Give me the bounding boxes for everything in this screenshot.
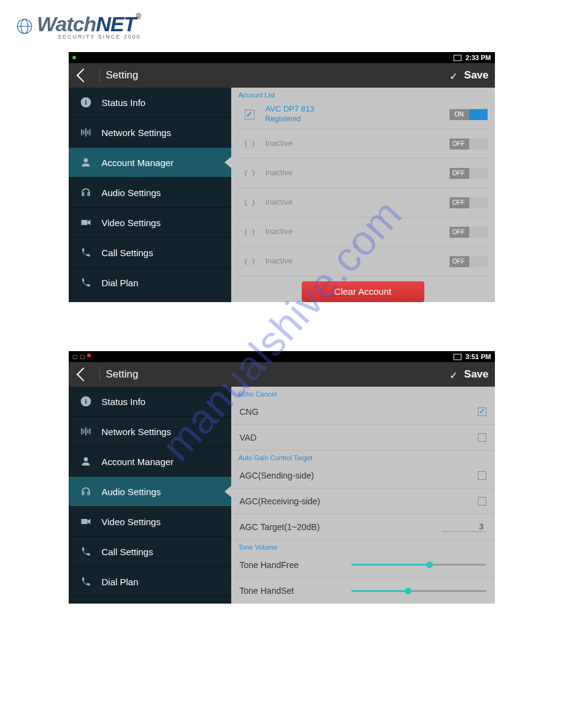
- option-label: AGC(Sending-side): [240, 471, 478, 480]
- checkbox[interactable]: [478, 497, 486, 506]
- option-row-tone-handfree: Tone HandFree: [231, 552, 495, 578]
- sidebar-item-label: Network Settings: [102, 427, 171, 437]
- page-title: Setting: [106, 69, 139, 82]
- info-icon: i: [80, 395, 92, 408]
- sidebar-item-label: Account Manager: [102, 157, 174, 168]
- sidebar-item-call-settings[interactable]: Call Settings: [69, 238, 231, 268]
- sidebar-item-call-settings[interactable]: Call Settings: [69, 537, 231, 567]
- brand-logo: WatchNET® SECURITY SINCE 2000: [16, 12, 551, 40]
- option-row-cng[interactable]: CNG ✓: [231, 399, 495, 425]
- wifi-icon: [453, 354, 462, 360]
- clear-account-button[interactable]: Clear Account: [302, 281, 424, 302]
- info-icon: i: [80, 96, 92, 108]
- agc-target-value[interactable]: 3: [442, 522, 486, 532]
- svg-rect-8: [454, 354, 461, 360]
- checkbox[interactable]: ✓: [478, 408, 486, 416]
- svg-rect-7: [81, 220, 87, 225]
- antenna-icon: [80, 425, 92, 438]
- android-status-bar: ▢ ▢ 3:51 PM: [69, 351, 495, 362]
- account-row[interactable]: Inactive OFF: [239, 247, 488, 276]
- account-name: Inactive: [266, 168, 293, 178]
- person-icon: [80, 455, 92, 468]
- tone-handset-slider[interactable]: [351, 590, 486, 592]
- account-row[interactable]: Inactive OFF: [239, 188, 488, 218]
- svg-point-6: [83, 158, 88, 162]
- logo-tagline: SECURITY SINCE 2000: [58, 34, 141, 40]
- svg-rect-12: [81, 519, 87, 524]
- option-label: AGC(Receiving-side): [240, 496, 478, 506]
- back-button[interactable]: [76, 69, 90, 83]
- checkbox[interactable]: [478, 433, 486, 442]
- headset-icon: [80, 485, 92, 498]
- option-row-vad[interactable]: VAD: [231, 425, 495, 450]
- account-row[interactable]: Inactive OFF: [239, 218, 488, 247]
- sidebar-item-dial-plan[interactable]: Dial Plan: [69, 268, 231, 298]
- back-button[interactable]: [76, 368, 90, 382]
- option-row-agc-receiving[interactable]: AGC(Receiving-side): [231, 488, 495, 514]
- status-indicator-icon: ▢: [80, 354, 85, 360]
- sidebar-item-label: Audio Settings: [102, 188, 161, 198]
- option-row-agc-sending[interactable]: AGC(Sending-side): [231, 463, 495, 488]
- sidebar-item-label: Account Manager: [102, 457, 174, 467]
- camera-icon: [80, 515, 92, 528]
- sidebar-item-account-manager[interactable]: Account Manager: [69, 447, 231, 477]
- sidebar-item-status-info[interactable]: i Status Info: [69, 387, 231, 417]
- option-label: AGC Target(1~20dB): [240, 522, 442, 532]
- account-name: Inactive: [266, 227, 293, 237]
- account-name: Inactive: [266, 197, 293, 208]
- account-name: Inactive: [266, 256, 293, 267]
- account-row[interactable]: Inactive OFF: [239, 159, 488, 188]
- sidebar-item-audio-settings[interactable]: Audio Settings: [69, 477, 231, 507]
- sidebar-item-label: Dial Plan: [102, 278, 139, 288]
- phone-icon: [80, 545, 92, 558]
- toggle-off[interactable]: OFF: [450, 227, 488, 238]
- sidebar-item-network-settings[interactable]: Network Settings: [69, 417, 231, 447]
- option-label: Tone HandFree: [240, 560, 351, 570]
- sidebar-item-status-info[interactable]: i Status Info: [69, 88, 231, 118]
- settings-sidebar: i Status Info Network Settings Account M…: [69, 88, 231, 302]
- toggle-on[interactable]: ON: [450, 109, 488, 120]
- account-row[interactable]: ✓ AVC DP7 813 Registered ON: [239, 100, 488, 129]
- toggle-off[interactable]: OFF: [450, 138, 488, 150]
- headset-icon: [80, 186, 92, 199]
- option-label: VAD: [240, 433, 478, 442]
- checkbox-icon[interactable]: ✓: [245, 110, 255, 119]
- audio-settings-panel: Echo Cancel CNG ✓ VAD Auto Gain Control …: [231, 387, 495, 604]
- option-row-tone-handset: Tone HandSet: [231, 578, 495, 604]
- sidebar-item-video-settings[interactable]: Video Settings: [69, 208, 231, 238]
- save-button[interactable]: Save: [464, 368, 489, 381]
- page-title: Setting: [106, 368, 139, 381]
- sidebar-item-label: Call Settings: [102, 248, 153, 258]
- phone-icon: [80, 246, 92, 259]
- checkbox[interactable]: [478, 471, 486, 480]
- tone-handfree-slider[interactable]: [351, 564, 486, 566]
- sidebar-item-dial-plan[interactable]: Dial Plan: [69, 567, 231, 597]
- sync-icon: [245, 198, 255, 208]
- account-name: AVC DP7 813: [266, 104, 315, 115]
- toggle-off[interactable]: OFF: [450, 197, 488, 208]
- toggle-off[interactable]: OFF: [450, 168, 488, 179]
- option-row-agc-target[interactable]: AGC Target(1~20dB) 3: [231, 514, 495, 540]
- account-row[interactable]: Inactive OFF: [239, 129, 488, 159]
- sync-icon: [245, 139, 255, 149]
- save-button[interactable]: Save: [464, 69, 489, 82]
- svg-point-11: [83, 457, 88, 461]
- svg-text:i: i: [85, 98, 86, 106]
- status-time: 3:51 PM: [465, 353, 491, 360]
- sidebar-item-account-manager[interactable]: Account Manager: [69, 148, 231, 178]
- svg-rect-3: [454, 55, 461, 61]
- sidebar-item-audio-settings[interactable]: Audio Settings: [69, 178, 231, 208]
- account-list-panel: Account List ✓ AVC DP7 813 Registered ON…: [231, 88, 495, 302]
- wifi-icon: [453, 55, 462, 61]
- option-label: Tone HandSet: [240, 586, 351, 596]
- svg-text:i: i: [85, 397, 86, 405]
- status-indicator-icon: ▢: [72, 354, 78, 360]
- status-time: 2:33 PM: [465, 54, 491, 61]
- sidebar-item-video-settings[interactable]: Video Settings: [69, 507, 231, 537]
- sidebar-item-label: Video Settings: [102, 517, 161, 527]
- divider: [99, 367, 100, 382]
- toggle-off[interactable]: OFF: [450, 256, 488, 267]
- sidebar-item-network-settings[interactable]: Network Settings: [69, 118, 231, 148]
- antenna-icon: [80, 126, 92, 138]
- check-icon: [450, 370, 459, 379]
